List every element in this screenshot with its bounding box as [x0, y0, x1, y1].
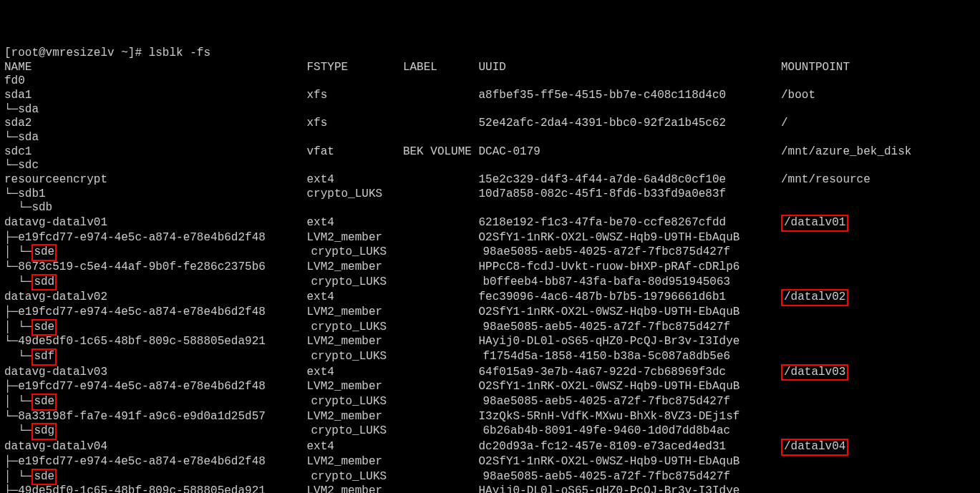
- highlight-device: sdf: [31, 348, 57, 366]
- terminal-line: └─sdb1 crypto_LUKS 10d7a858-082c-45f1-8f…: [4, 187, 976, 202]
- terminal-line: │ └─sde crypto_LUKS 98ae5085-aeb5-4025-a…: [4, 394, 976, 410]
- highlight-device: sde: [31, 469, 57, 486]
- terminal-line: ├─e19fcd77-e974-4e5c-a874-e78e4b6d2f48 L…: [4, 306, 976, 320]
- terminal-line: NAME FSTYPE LABEL UUID MOUNTPOINT: [4, 61, 976, 75]
- highlight-mountpoint: /datalv03: [781, 364, 848, 381]
- highlight-mountpoint: /datalv01: [781, 215, 848, 232]
- terminal-line: fd0: [4, 74, 976, 89]
- highlight-mountpoint: /datalv02: [781, 289, 848, 306]
- highlight-mountpoint: /datalv04: [781, 439, 848, 456]
- terminal-line: resourceencrypt ext4 15e2c329-d4f3-4f44-…: [4, 173, 976, 187]
- highlight-device: sde: [31, 394, 57, 411]
- terminal-line: sda2 xfs 52e42afc-2da4-4391-bbc0-92f2a1b…: [4, 117, 976, 131]
- terminal-line: [root@vmresizelv ~]# lsblk -fs: [4, 47, 976, 61]
- highlight-device: sde: [31, 244, 57, 261]
- terminal-line: │ └─sde crypto_LUKS 98ae5085-aeb5-4025-a…: [4, 245, 976, 260]
- terminal-line: ├─e19fcd77-e974-4e5c-a874-e78e4b6d2f48 L…: [4, 455, 976, 469]
- terminal-line: ├─e19fcd77-e974-4e5c-a874-e78e4b6d2f48 L…: [4, 380, 976, 394]
- terminal-line: └─8a33198f-fa7e-491f-a9c6-e9d0a1d25d57 L…: [4, 410, 976, 424]
- terminal-line: sda1 xfs a8fbef35-ff5e-4515-bb7e-c408c11…: [4, 89, 976, 103]
- highlight-device: sdd: [31, 274, 57, 291]
- terminal-line: └─sda: [4, 103, 976, 117]
- highlight-device: sde: [31, 319, 57, 336]
- terminal-line: └─sdc: [4, 159, 976, 173]
- terminal-line: datavg-datalv02 ext4 fec39096-4ac6-487b-…: [4, 290, 976, 306]
- terminal-line: sdc1 vfat BEK VOLUME DCAC-0179 /mnt/azur…: [4, 145, 976, 160]
- terminal-line: └─sdb: [4, 201, 976, 215]
- terminal-line: datavg-datalv01 ext4 6218e192-f1c3-47fa-…: [4, 215, 976, 231]
- terminal-output: [root@vmresizelv ~]# lsblk -fsNAME FSTYP…: [4, 47, 976, 493]
- terminal-line: ├─e19fcd77-e974-4e5c-a874-e78e4b6d2f48 L…: [4, 231, 976, 245]
- terminal-line: └─sdg crypto_LUKS 6b26ab4b-8091-49fe-946…: [4, 424, 976, 439]
- terminal-line: │ └─sde crypto_LUKS 98ae5085-aeb5-4025-a…: [4, 469, 976, 485]
- terminal-line: └─sdd crypto_LUKS b0ffeeb4-bb87-43fa-baf…: [4, 275, 976, 291]
- terminal-line: ├─49de5df0-1c65-48bf-809c-588805eda921 L…: [4, 484, 976, 493]
- terminal-line: └─sda: [4, 131, 976, 145]
- highlight-device: sdg: [31, 423, 57, 440]
- terminal-line: └─sdf crypto_LUKS f1754d5a-1858-4150-b38…: [4, 349, 976, 365]
- terminal-line: │ └─sde crypto_LUKS 98ae5085-aeb5-4025-a…: [4, 320, 976, 336]
- terminal-line: datavg-datalv03 ext4 64f015a9-3e7b-4a67-…: [4, 365, 976, 381]
- terminal-line: └─49de5df0-1c65-48bf-809c-588805eda921 L…: [4, 335, 976, 349]
- terminal-line: datavg-datalv04 ext4 dc20d93a-fc12-457e-…: [4, 439, 976, 455]
- terminal-line: └─8673c519-c5e4-44af-9b0f-fe286c2375b6 L…: [4, 260, 976, 275]
